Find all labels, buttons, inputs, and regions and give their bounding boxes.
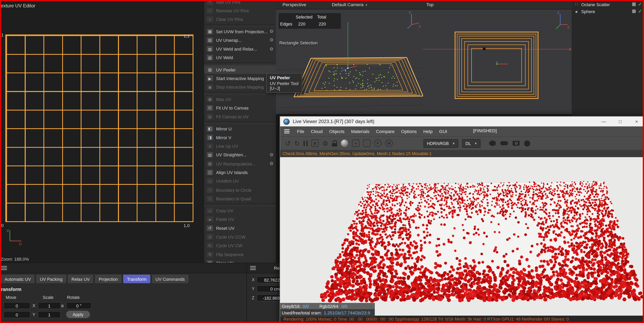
menu-item-uv-straighten[interactable]: ▤UV Straighten...⚙: [204, 151, 276, 159]
line-up-uv-icon: ≡: [207, 143, 213, 149]
menu-item-reset-uv[interactable]: ↺Reset UV: [204, 224, 276, 233]
menu-item-set-uvw-from-projection[interactable]: ▦Set UVW from Projection...⚙: [204, 27, 276, 36]
live-viewer-window: Live Viewer 2023.1-[R7] (307 days left) …: [280, 116, 644, 323]
menu-item-label: Fit UV to Canvas: [216, 105, 249, 110]
coord-y-label: Y: [252, 286, 255, 291]
menu-item-fit-uv-to-canvas[interactable]: ⊡Fit UV to Canvas: [204, 104, 276, 112]
coord-y-field[interactable]: [257, 285, 281, 292]
render-mode-dropdown[interactable]: DL ▼: [462, 139, 480, 148]
scale-y-field[interactable]: [38, 311, 61, 318]
focus-picker-icon[interactable]: ◦: [363, 140, 370, 147]
coord-z-label: Z: [252, 295, 254, 300]
copy-uv-icon: ▱: [207, 208, 213, 214]
menu-item-boundary-to-circle: ○Boundary to Circle: [204, 186, 276, 194]
capsule-icon[interactable]: [500, 141, 508, 145]
menu-item-uv-peeler[interactable]: ▨UV Peeler: [204, 65, 276, 74]
gear-icon[interactable]: ⚙: [268, 46, 274, 51]
menu-item-uv-unwrap[interactable]: ▤UV Unwrap...⚙: [204, 36, 276, 45]
panel-menu-icon[interactable]: [250, 268, 256, 269]
tab-projection[interactable]: Projection: [95, 275, 122, 283]
menu-item-start-interactive-mapping[interactable]: ▶Start Interactive Mapping: [204, 74, 276, 83]
minimize-button[interactable]: —: [601, 119, 607, 124]
menu-item-label: Cycle UV CW: [216, 243, 242, 248]
perspective-viewport-header[interactable]: Perspective Default Camera▾: [276, 0, 423, 9]
pause-render-icon[interactable]: [304, 141, 308, 146]
refresh-render-icon[interactable]: ↻: [294, 139, 300, 147]
render-region-icon[interactable]: R: [311, 140, 318, 147]
uv-grid[interactable]: [6, 34, 194, 222]
picker-plus-icon[interactable]: +: [352, 140, 360, 147]
menu-materials[interactable]: Materials: [351, 129, 370, 134]
material-picker-icon[interactable]: M: [385, 140, 393, 147]
menu-item-mirror-u[interactable]: ◧Mirror U: [204, 124, 276, 133]
menu-compare[interactable]: Compare: [376, 129, 394, 134]
close-button[interactable]: ×: [634, 119, 640, 124]
move-v-field[interactable]: [3, 311, 30, 318]
tab-transform[interactable]: Transform: [123, 275, 150, 283]
lock-resolution-icon[interactable]: [332, 140, 337, 146]
aspect-lock-label[interactable]: a: [61, 303, 64, 308]
tab-uv-packing[interactable]: UV Packing: [36, 275, 66, 283]
menu-cloud[interactable]: Cloud: [311, 129, 322, 134]
menu-item-mirror-v[interactable]: ◨Mirror V: [204, 133, 276, 142]
menu-item-align-uv-islands[interactable]: ◫Align UV Islands: [204, 168, 276, 177]
perspective-camera-menu[interactable]: Default Camera▾: [276, 2, 423, 7]
menu-help[interactable]: Help: [423, 129, 432, 134]
menu-item-label: Line Up UV: [216, 144, 238, 149]
tab-relax-uv[interactable]: Relax UV: [68, 275, 94, 283]
coord-z-field[interactable]: [257, 294, 281, 301]
camera-dropdown-icon[interactable]: ▾: [366, 3, 367, 7]
move-u-field[interactable]: [3, 302, 30, 309]
render-view[interactable]: [280, 157, 644, 317]
restart-render-icon[interactable]: ↺: [285, 139, 290, 147]
tab-uv-commands[interactable]: UV Commands: [152, 275, 188, 283]
apply-button[interactable]: Apply: [66, 311, 90, 318]
menu-gui[interactable]: GUI: [439, 129, 447, 134]
camera-name: Default Camera: [332, 2, 364, 7]
maximize-button[interactable]: □: [617, 119, 623, 124]
panel-menu-icon[interactable]: [1, 268, 7, 269]
menu-item-store-uv[interactable]: ⊟Store UV: [204, 259, 276, 263]
imager-dropdown-value: HDR/sRGB: [427, 141, 449, 146]
settings-gear-icon[interactable]: ⚙: [322, 139, 328, 147]
material-ball-icon[interactable]: [341, 140, 348, 147]
tab-automatic-uv[interactable]: Automatic UV: [1, 275, 34, 283]
object-row-octane-scatter[interactable]: ∷Octane Scatter✓: [572, 1, 644, 8]
menu-item-boundary-to-quad: □Boundary to Quad: [204, 194, 276, 203]
sphere-icon[interactable]: [524, 140, 530, 146]
enabled-check-icon[interactable]: ✓: [638, 1, 642, 7]
clear-uv-pins-icon: ×: [207, 16, 213, 22]
menu-item-uv-weld-and-relax[interactable]: ▧UV Weld and Relax...⚙: [204, 45, 276, 53]
paste-uv-icon: ▰: [207, 217, 213, 222]
imager-dropdown[interactable]: HDR/sRGB ▼: [424, 139, 458, 148]
rotate-angle-field[interactable]: [66, 302, 92, 309]
coord-x-field[interactable]: [257, 276, 281, 283]
live-viewer-titlebar[interactable]: Live Viewer 2023.1-[R7] (307 days left) …: [280, 116, 644, 126]
enabled-check-icon[interactable]: ✓: [638, 8, 642, 14]
menu-objects[interactable]: Objects: [329, 129, 344, 134]
render-finished-badge: [FINISHED]: [473, 128, 497, 133]
film-settings-icon[interactable]: F: [374, 140, 382, 147]
perspective-viewport[interactable]: Perspective Default Camera▾ Selected Tot…: [276, 0, 424, 114]
gear-icon[interactable]: ⚙: [268, 37, 274, 43]
uv-axis-gizmo: V U: [3, 227, 24, 245]
render-canvas[interactable]: [280, 157, 644, 317]
camera-icon[interactable]: [513, 141, 520, 146]
gear-icon[interactable]: ⚙: [268, 161, 274, 166]
scale-x-field[interactable]: [38, 302, 61, 309]
menu-options[interactable]: Options: [401, 129, 417, 134]
layer-icon[interactable]: [632, 9, 636, 13]
coordinates-panel: Re X Y Z: [246, 263, 281, 323]
tooltip-subtitle: UV Peeler Tool: [270, 81, 298, 86]
gear-icon[interactable]: ⚙: [268, 29, 274, 34]
flip-sequence-icon: ⇅: [207, 252, 213, 257]
menu-item-uv-weld[interactable]: ▥UV Weld: [204, 53, 276, 62]
top-viewport-header[interactable]: Top: [423, 0, 572, 9]
gear-icon[interactable]: ⚙: [268, 152, 274, 158]
object-row-sphere[interactable]: ●Sphere✓: [572, 8, 644, 15]
menu-hamburger-icon[interactable]: [284, 131, 290, 132]
top-viewport[interactable]: Top Z X: [423, 0, 572, 114]
layer-icon[interactable]: [632, 2, 636, 6]
geometry-hexagon-icon[interactable]: [489, 140, 496, 146]
menu-file[interactable]: File: [297, 129, 304, 134]
